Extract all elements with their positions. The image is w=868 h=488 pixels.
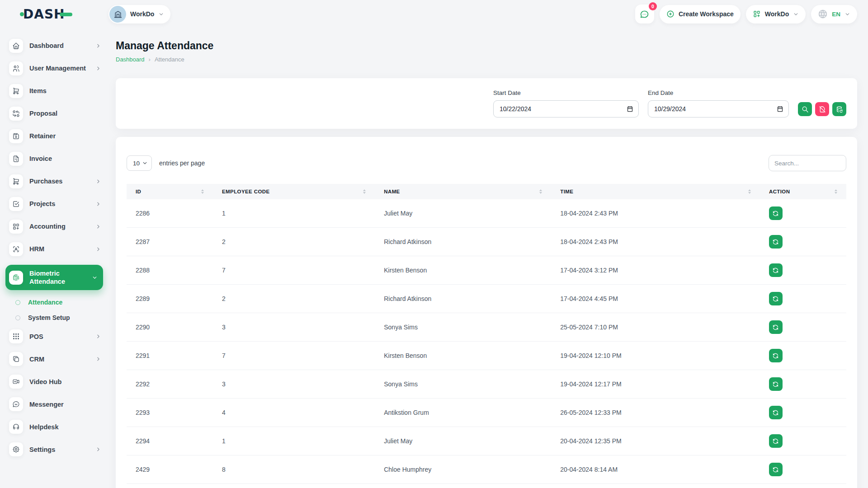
row-refresh-button[interactable] — [769, 292, 783, 305]
search-button[interactable] — [798, 102, 812, 116]
sidebar-subitem-system-setup[interactable]: System Setup — [15, 314, 101, 321]
entries-per-page-select[interactable]: 10 — [127, 155, 152, 171]
sidebar-subitem-attendance[interactable]: Attendance — [15, 299, 101, 306]
sidebar-item-video-hub[interactable]: Video Hub — [9, 375, 101, 389]
language-selector[interactable]: EN — [811, 5, 857, 23]
row-refresh-button[interactable] — [769, 206, 783, 220]
refresh-icon — [772, 267, 779, 274]
grid-add-icon — [9, 220, 23, 234]
sidebar-item-hrm[interactable]: HRM — [9, 242, 101, 256]
chat-button[interactable]: 0 — [635, 5, 654, 23]
start-date-input[interactable] — [493, 100, 639, 117]
cell-action — [760, 342, 846, 370]
grid-dots-icon — [9, 329, 23, 343]
sort-icon — [748, 189, 751, 194]
sidebar-item-helpdesk[interactable]: Helpdesk — [9, 420, 101, 434]
sidebar-item-label: Accounting — [29, 222, 95, 230]
cell-time: 17-04-2024 4:45 PM — [551, 285, 760, 313]
table-row: 22941Juliet May20-04-2024 12:35 PM — [127, 427, 846, 455]
fingerprint-icon — [9, 271, 23, 285]
row-refresh-button[interactable] — [769, 235, 783, 249]
file-invoice-icon — [9, 152, 23, 166]
row-refresh-button[interactable] — [769, 463, 783, 476]
app-logo: DASH — [9, 0, 101, 28]
chevron-right-icon — [95, 446, 101, 452]
search-icon — [802, 106, 809, 113]
cell-id: 2287 — [127, 228, 213, 256]
start-date-field: Start Date — [493, 89, 639, 117]
cell-name: Kirsten Benson — [375, 256, 551, 285]
sidebar-item-user-management[interactable]: User Management — [9, 61, 101, 75]
workspace-switcher[interactable]: WorkDo — [108, 5, 170, 23]
column-header-employee-code[interactable]: EMPLOYEE CODE — [213, 184, 375, 199]
search-input[interactable] — [769, 155, 846, 171]
app-switcher[interactable]: WorkDo — [746, 5, 806, 23]
end-date-input[interactable] — [648, 100, 789, 117]
sync-button[interactable] — [832, 102, 846, 116]
refresh-icon — [772, 239, 779, 245]
sidebar-item-proposal[interactable]: Proposal — [9, 107, 101, 121]
headset-icon — [9, 420, 23, 434]
message-icon — [9, 397, 23, 411]
sidebar-item-accounting[interactable]: Accounting — [9, 220, 101, 234]
topbar-right: 0 Create Workspace WorkDo EN — [635, 5, 857, 23]
sidebar-item-items[interactable]: Items — [9, 84, 101, 98]
row-refresh-button[interactable] — [769, 434, 783, 448]
cell-time: 18-04-2024 2:43 PM — [551, 228, 760, 256]
column-header-time[interactable]: TIME — [551, 184, 760, 199]
row-refresh-button[interactable] — [769, 377, 783, 391]
refresh-icon — [772, 381, 779, 388]
breadcrumb-separator-icon: › — [149, 56, 151, 63]
row-refresh-button[interactable] — [769, 406, 783, 419]
circle-plus-icon — [666, 10, 675, 18]
attendance-table-card: 10 entries per page IDEMPLOYEE CODENAMET… — [116, 137, 857, 488]
column-header-name[interactable]: NAME — [375, 184, 551, 199]
breadcrumb-dashboard[interactable]: Dashboard — [116, 56, 145, 63]
sidebar-item-biometric-attendance[interactable]: Biometric Attendance — [5, 265, 103, 290]
entries-per-page-label: entries per page — [159, 160, 205, 167]
cell-name: Juliet May — [375, 199, 551, 228]
building-icon — [113, 9, 123, 19]
sidebar-item-invoice[interactable]: Invoice — [9, 152, 101, 166]
cell-action — [760, 427, 846, 455]
circle-icon — [15, 300, 20, 305]
reset-button[interactable] — [815, 102, 829, 116]
cell-employee-code: 8 — [213, 455, 375, 484]
sidebar-item-dashboard[interactable]: Dashboard — [9, 39, 101, 53]
sidebar-item-label: Biometric Attendance — [29, 269, 92, 286]
cell-name: Kirsten Benson — [375, 342, 551, 370]
row-refresh-button[interactable] — [769, 263, 783, 277]
create-workspace-button[interactable]: Create Workspace — [660, 5, 741, 23]
sidebar-item-projects[interactable]: Projects — [9, 197, 101, 211]
cell-name: Juliet May — [375, 427, 551, 455]
cell-employee-code: 1 — [213, 427, 375, 455]
sidebar-item-label: User Management — [29, 64, 95, 72]
column-header-id[interactable]: ID — [127, 184, 213, 199]
attendance-table: IDEMPLOYEE CODENAMETIMEACTION 22861Julie… — [127, 184, 846, 484]
column-header-action[interactable]: ACTION — [760, 184, 846, 199]
sidebar-item-settings[interactable]: Settings — [9, 442, 101, 456]
row-refresh-button[interactable] — [769, 349, 783, 362]
sidebar-item-label: CRM — [29, 355, 95, 363]
copy-icon — [9, 352, 23, 366]
cell-time: 20-04-2024 12:35 PM — [551, 427, 760, 455]
chevron-right-icon — [95, 246, 101, 252]
sidebar-item-crm[interactable]: CRM — [9, 352, 101, 366]
sidebar-item-messenger[interactable]: Messenger — [9, 397, 101, 411]
page-head: Manage Attendance Dashboard › Attendance — [108, 40, 857, 63]
floppy-icon — [9, 129, 23, 143]
language-label: EN — [832, 11, 840, 18]
sidebar-item-label: Settings — [29, 446, 95, 454]
sidebar-item-label: Messenger — [29, 400, 101, 408]
cell-id: 2290 — [127, 313, 213, 342]
row-refresh-button[interactable] — [769, 320, 783, 334]
cell-id: 2286 — [127, 199, 213, 228]
refresh-icon — [772, 409, 779, 416]
sidebar-item-purchases[interactable]: Purchases — [9, 174, 101, 188]
cell-employee-code: 4 — [213, 399, 375, 427]
entries-per-page: 10 entries per page — [127, 155, 205, 171]
sidebar-item-retainer[interactable]: Retainer — [9, 129, 101, 143]
sidebar-subitem-label: Attendance — [28, 299, 62, 306]
sidebar-item-pos[interactable]: POS — [9, 329, 101, 343]
sidebar-item-label: Helpdesk — [29, 423, 101, 431]
